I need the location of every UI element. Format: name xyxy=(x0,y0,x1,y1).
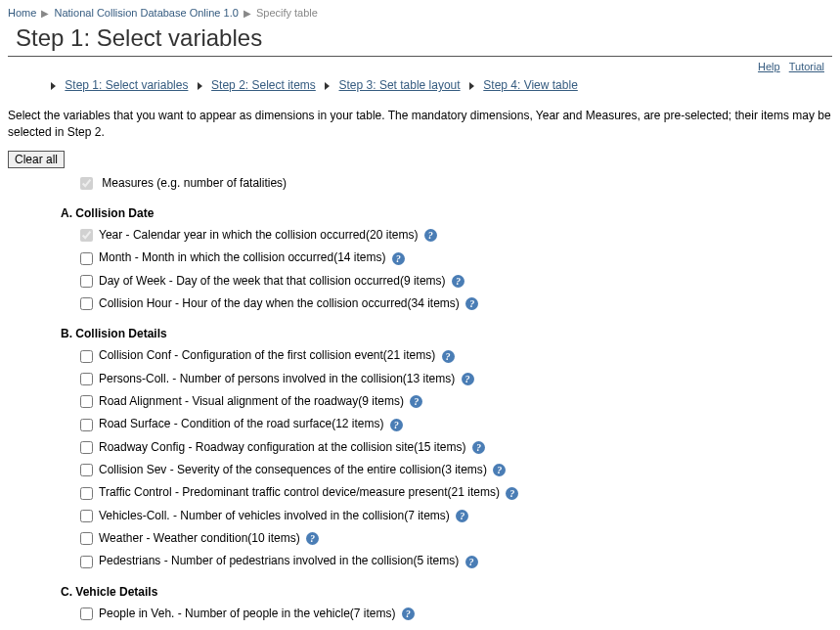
help-icon[interactable]: ? xyxy=(442,350,455,363)
help-link[interactable]: Help xyxy=(758,61,780,72)
help-icon[interactable]: ? xyxy=(472,441,485,454)
help-icon[interactable]: ? xyxy=(465,556,478,568)
section-head: C. Vehicle Details xyxy=(61,585,832,599)
variable-label: Collision Conf - Configuration of the fi… xyxy=(99,348,383,362)
item-count: 5 items xyxy=(414,554,460,567)
chevron-right-icon: ▶ xyxy=(41,8,49,19)
item-count: 3 items xyxy=(441,463,487,476)
variable-label: Roadway Config - Roadway configuration a… xyxy=(99,440,414,454)
help-icon[interactable]: ? xyxy=(390,419,403,431)
measures-checkbox xyxy=(80,177,93,190)
variable-row: Weather - Weather condition10 items ? xyxy=(76,529,832,548)
breadcrumb-home[interactable]: Home xyxy=(8,7,36,19)
variable-checkbox[interactable] xyxy=(80,441,93,454)
help-icon[interactable]: ? xyxy=(506,487,518,500)
variable-checkbox[interactable] xyxy=(80,350,93,363)
variable-checkbox[interactable] xyxy=(80,373,93,385)
variable-checkbox[interactable] xyxy=(80,419,93,431)
variable-checkbox[interactable] xyxy=(80,252,93,265)
variable-row: Day of Week - Day of the week that that … xyxy=(76,272,832,291)
item-count: 9 items xyxy=(400,274,446,288)
help-icon[interactable]: ? xyxy=(465,297,478,310)
clear-all-button[interactable]: Clear all xyxy=(8,151,65,168)
variable-checkbox[interactable] xyxy=(80,487,93,500)
wizard-step-3[interactable]: Step 3: Set table layout xyxy=(339,78,461,92)
variable-checkbox[interactable] xyxy=(80,532,93,545)
help-icon[interactable]: ? xyxy=(452,275,464,288)
triangle-right-icon xyxy=(198,82,202,90)
variable-row: Collision Sev - Severity of the conseque… xyxy=(76,461,832,479)
variable-label: Collision Sev - Severity of the conseque… xyxy=(99,463,441,476)
variable-label: Month - Month in which the collision occ… xyxy=(99,250,333,264)
item-count: 7 items xyxy=(404,509,450,522)
wizard-steps: Step 1: Select variables Step 2: Select … xyxy=(8,72,832,102)
item-count: 20 items xyxy=(366,228,418,242)
variable-label: Collision Hour - Hour of the day when th… xyxy=(99,296,408,310)
variable-list: Measures (e.g. number of fatalities) A. … xyxy=(76,174,832,630)
breadcrumb: Home ▶ National Collision Database Onlin… xyxy=(8,5,832,21)
wizard-step-1[interactable]: Step 1: Select variables xyxy=(65,78,188,92)
variable-checkbox[interactable] xyxy=(80,464,93,476)
variable-label: People in Veh. - Number of people in the… xyxy=(99,607,350,620)
item-count: 13 items xyxy=(403,372,455,385)
help-icon[interactable]: ? xyxy=(402,608,415,620)
wizard-step-2[interactable]: Step 2: Select items xyxy=(211,78,316,92)
variable-label: Day of Week - Day of the week that that … xyxy=(99,274,400,288)
help-icon[interactable]: ? xyxy=(392,252,405,265)
variable-label: Road Surface - Condition of the road sur… xyxy=(99,417,332,430)
variable-label: Traffic Control - Predominant traffic co… xyxy=(99,485,448,499)
variable-checkbox[interactable] xyxy=(80,297,93,310)
item-count: 34 items xyxy=(408,296,460,310)
item-count: 14 items xyxy=(333,250,385,264)
wizard-step-4[interactable]: Step 4: View table xyxy=(483,78,578,92)
variable-label: Pedestrians - Number of pedestrians invo… xyxy=(99,554,414,567)
triangle-right-icon xyxy=(469,82,474,90)
variable-checkbox[interactable] xyxy=(80,510,93,522)
measures-label: Measures (e.g. number of fatalities) xyxy=(102,176,287,190)
help-icon[interactable]: ? xyxy=(493,464,506,476)
help-icon[interactable]: ? xyxy=(456,510,468,522)
instruction-text: Select the variables that you want to ap… xyxy=(8,108,832,141)
variable-label: Vehicles-Coll. - Number of vehicles invo… xyxy=(99,509,404,522)
variable-checkbox[interactable] xyxy=(80,275,93,288)
item-count: 10 items xyxy=(247,531,299,545)
variable-row: Year - Calendar year in which the collis… xyxy=(76,226,832,245)
variable-row: People in Veh. - Number of people in the… xyxy=(76,605,832,623)
section-head: B. Collision Details xyxy=(61,327,832,340)
variable-row: Roadway Config - Roadway configuration a… xyxy=(76,438,832,457)
section-head: A. Collision Date xyxy=(61,206,832,220)
page-title: Step 1: Select variables xyxy=(16,24,832,52)
top-links: Help Tutorial xyxy=(752,61,832,72)
breadcrumb-current: Specify table xyxy=(256,7,318,19)
variable-checkbox[interactable] xyxy=(80,395,93,408)
item-count: 15 items xyxy=(414,440,465,454)
variable-checkbox[interactable] xyxy=(80,608,93,620)
variable-row: Collision Conf - Configuration of the fi… xyxy=(76,346,832,365)
variable-row: Road Alignment - Visual alignment of the… xyxy=(76,392,832,411)
measures-row: Measures (e.g. number of fatalities) xyxy=(76,174,832,193)
item-count: 21 items xyxy=(448,485,500,499)
variable-label: Road Alignment - Visual alignment of the… xyxy=(99,394,358,408)
header-rule xyxy=(8,56,832,57)
item-count: 7 items xyxy=(350,607,396,620)
variable-checkbox[interactable] xyxy=(80,556,93,568)
help-icon[interactable]: ? xyxy=(306,532,319,545)
variable-label: Year - Calendar year in which the collis… xyxy=(99,228,366,242)
variable-row: Collision Hour - Hour of the day when th… xyxy=(76,294,832,313)
variable-row: Pedestrians - Number of pedestrians invo… xyxy=(76,552,832,570)
variable-row: Road Surface - Condition of the road sur… xyxy=(76,415,832,433)
variable-row: Traffic Control - Predominant traffic co… xyxy=(76,483,832,502)
variable-row: Vehicles-Coll. - Number of vehicles invo… xyxy=(76,507,832,525)
triangle-right-icon xyxy=(325,82,330,90)
variable-label: Persons-Coll. - Number of persons involv… xyxy=(99,372,403,385)
help-icon[interactable]: ? xyxy=(462,373,474,385)
tutorial-link[interactable]: Tutorial xyxy=(789,61,824,72)
variable-label: Weather - Weather condition xyxy=(99,531,247,545)
item-count: 21 items xyxy=(383,348,435,362)
help-icon[interactable]: ? xyxy=(410,395,422,408)
variable-row: Persons-Coll. - Number of persons involv… xyxy=(76,370,832,388)
help-icon[interactable]: ? xyxy=(424,229,437,242)
variable-row: Month - Month in which the collision occ… xyxy=(76,248,832,267)
item-count: 12 items xyxy=(332,417,383,430)
breadcrumb-db[interactable]: National Collision Database Online 1.0 xyxy=(54,7,238,19)
